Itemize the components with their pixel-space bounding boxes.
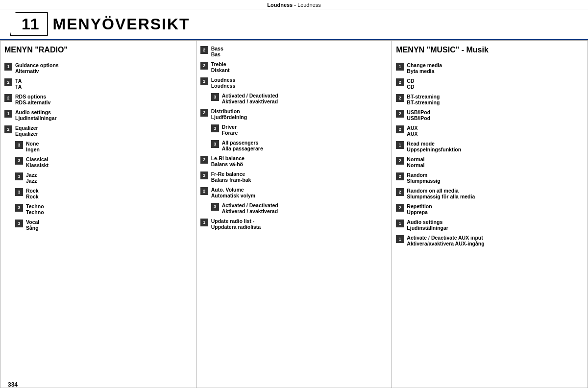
list-item: 2TrebleDiskant xyxy=(200,61,388,73)
item-sv: Loudness xyxy=(211,83,236,89)
item-en: TA xyxy=(15,78,22,84)
badge: 1 xyxy=(4,110,12,118)
item-text: BassBas xyxy=(211,46,223,57)
item-sv: Alla passagerare xyxy=(222,146,263,151)
item-text: Le-Ri balanceBalans vä-hö xyxy=(211,155,245,167)
chapter-number-box: 11 xyxy=(10,12,48,36)
item-text: TATA xyxy=(15,78,22,90)
item-en: BT-streaming xyxy=(407,94,440,99)
badge: 2 xyxy=(396,172,404,180)
item-sv: Balans vä-hö xyxy=(211,161,245,167)
list-item: 2LoudnessLoudness xyxy=(200,77,388,89)
col-audio: 2BassBas2TrebleDiskant2LoudnessLoudness3… xyxy=(196,41,392,388)
badge: 1 xyxy=(4,63,12,71)
item-text: Read modeUppspelningsfunktion xyxy=(407,141,461,152)
badge: 3 xyxy=(15,220,23,227)
list-item: 3RockRock xyxy=(15,188,192,199)
list-item: 2RandomSlumpmässig xyxy=(396,172,584,184)
item-sv: Jazz xyxy=(26,178,37,184)
badge: 2 xyxy=(396,110,404,118)
badge: 3 xyxy=(211,93,219,101)
badge: 2 xyxy=(200,77,208,85)
item-text: Activated / DeactivatedAktiverad / avakt… xyxy=(222,202,278,214)
item-en: Read mode xyxy=(407,141,461,147)
list-item: 1Update radio list -Uppdatera radiolista xyxy=(200,218,388,230)
item-text: RandomSlumpmässig xyxy=(407,172,440,184)
item-en: Bass xyxy=(211,46,223,51)
list-item: 1Audio settingsLjudinställningar xyxy=(396,219,584,231)
breadcrumb: Loudness - Loudness xyxy=(0,0,588,9)
badge: 2 xyxy=(396,157,404,165)
item-en: Vocal xyxy=(26,219,39,225)
badge: 1 xyxy=(200,219,208,226)
list-item: 3Activated / DeactivatedAktiverad / avak… xyxy=(211,202,388,214)
item-sv: Ljudinställningar xyxy=(15,115,57,121)
item-text: AUXAUX xyxy=(407,125,417,137)
item-sv: Balans fram-bak xyxy=(211,177,251,183)
item-sv: Ingen xyxy=(26,147,40,152)
list-item: 2RepetitionUpprepa xyxy=(396,203,584,215)
item-sv: Equalizer xyxy=(15,131,38,137)
list-item: 1Audio settingsLjudinställningar xyxy=(4,109,192,121)
list-item: 1Guidance optionsAlternativ xyxy=(4,62,192,74)
badge: 2 xyxy=(396,188,404,196)
list-item: 3All passengersAlla passagerare xyxy=(211,140,388,151)
breadcrumb-text: - Loudness xyxy=(293,2,320,8)
item-text: Change mediaByta media xyxy=(407,62,442,74)
item-en: AUX xyxy=(407,125,417,131)
list-item: 1Read modeUppspelningsfunktion xyxy=(396,141,584,152)
item-text: Guidance optionsAlternativ xyxy=(15,62,59,74)
badge: 2 xyxy=(200,62,208,70)
item-text: CDCD xyxy=(407,78,414,90)
badge: 1 xyxy=(396,141,404,149)
badge: 2 xyxy=(396,94,404,102)
item-en: Audio settings xyxy=(407,219,448,225)
item-en: Change media xyxy=(407,62,442,68)
badge: 2 xyxy=(396,78,404,86)
item-en: Techno xyxy=(26,203,44,209)
item-sv: Sång xyxy=(26,225,39,231)
list-item: 2CDCD xyxy=(396,78,584,90)
item-sv: Upprepa xyxy=(407,209,432,215)
badge: 3 xyxy=(15,172,23,180)
list-item: 2AUXAUX xyxy=(396,125,584,137)
item-text: Audio settingsLjudinställningar xyxy=(15,109,57,121)
audio-items-container: 2BassBas2TrebleDiskant2LoudnessLoudness3… xyxy=(200,46,388,230)
item-en: Loudness xyxy=(211,77,236,83)
item-sv: CD xyxy=(407,84,414,90)
item-text: LoudnessLoudness xyxy=(211,77,236,89)
item-sv: AUX xyxy=(407,131,417,137)
item-text: TrebleDiskant xyxy=(211,61,230,73)
item-en: Repetition xyxy=(407,203,432,209)
item-sv: Aktiverad / avaktiverad xyxy=(222,208,278,214)
badge: 3 xyxy=(211,203,219,211)
item-text: Fr-Re balanceBalans fram-bak xyxy=(211,171,251,183)
item-en: Jazz xyxy=(26,172,37,178)
list-item: 2Random on all mediaSlumpmässig för alla… xyxy=(396,188,584,199)
content-area: MENYN "RADIO" 1Guidance optionsAlternati… xyxy=(0,40,588,388)
item-text: RockRock xyxy=(26,188,39,199)
item-en: Update radio list - xyxy=(211,218,261,224)
badge: 2 xyxy=(4,94,12,102)
item-en: Rock xyxy=(26,188,39,194)
list-item: 2EqualizerEqualizer xyxy=(4,125,192,137)
list-item: 3NoneIngen xyxy=(15,141,192,152)
item-en: Treble xyxy=(211,61,230,67)
item-sv: Techno xyxy=(26,209,44,215)
item-en: Activated / Deactivated xyxy=(222,202,278,208)
item-text: BT-streamingBT-streaming xyxy=(407,94,440,105)
item-sv: Klassiskt xyxy=(26,162,49,168)
badge: 2 xyxy=(4,78,12,86)
list-item: 1Change mediaByta media xyxy=(396,62,584,74)
col-radio-header: MENYN "RADIO" xyxy=(4,46,192,56)
badge: 2 xyxy=(200,156,208,164)
item-sv: USB/iPod xyxy=(407,115,430,121)
item-sv: Automatisk volym xyxy=(211,193,255,198)
item-text: NormalNormal xyxy=(407,156,424,168)
item-en: Classical xyxy=(26,156,49,162)
badge: 2 xyxy=(4,125,12,133)
list-item: 2DistributionLjudfördelning xyxy=(200,108,388,120)
item-en: Activated / Deactivated xyxy=(222,93,278,98)
badge: 3 xyxy=(211,124,219,132)
item-en: Equalizer xyxy=(15,125,38,131)
